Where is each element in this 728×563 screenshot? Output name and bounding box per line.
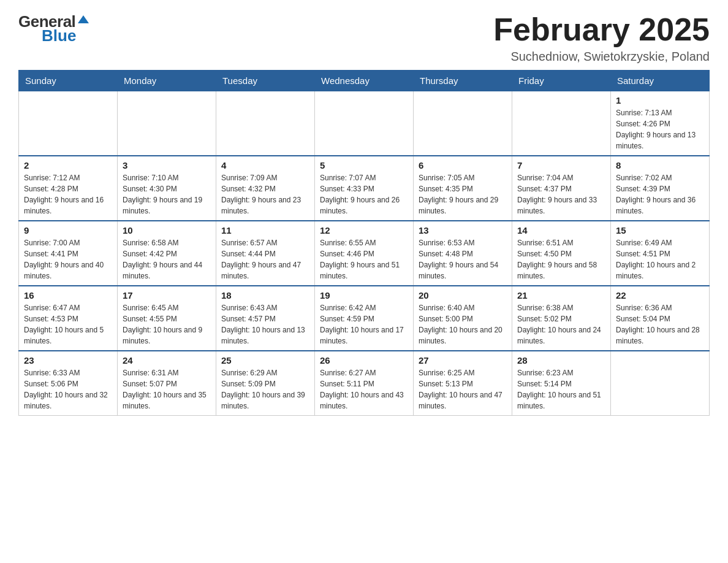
calendar-cell [19, 91, 118, 156]
day-number: 13 [419, 225, 507, 236]
weekday-header-tuesday: Tuesday [216, 71, 315, 91]
calendar-cell: 17Sunrise: 6:45 AMSunset: 4:55 PMDayligh… [118, 286, 216, 351]
page-subtitle: Suchedniow, Swietokrzyskie, Poland [493, 50, 710, 64]
calendar-cell: 11Sunrise: 6:57 AMSunset: 4:44 PMDayligh… [216, 221, 315, 286]
day-number: 19 [320, 290, 408, 301]
day-number: 11 [221, 225, 309, 236]
calendar-cell: 22Sunrise: 6:36 AMSunset: 5:04 PMDayligh… [611, 286, 710, 351]
calendar-cell: 5Sunrise: 7:07 AMSunset: 4:33 PMDaylight… [315, 156, 414, 221]
logo: General Blue [18, 12, 89, 45]
day-number: 12 [320, 225, 408, 236]
calendar-header-row: SundayMondayTuesdayWednesdayThursdayFrid… [19, 71, 710, 91]
calendar-cell: 4Sunrise: 7:09 AMSunset: 4:32 PMDaylight… [216, 156, 315, 221]
day-info: Sunrise: 6:40 AMSunset: 5:00 PMDaylight:… [419, 302, 507, 347]
day-info: Sunrise: 6:51 AMSunset: 4:50 PMDaylight:… [517, 237, 605, 282]
calendar-cell: 23Sunrise: 6:33 AMSunset: 5:06 PMDayligh… [19, 351, 118, 416]
title-block: February 2025 Suchedniow, Swietokrzyskie… [493, 12, 710, 64]
day-info: Sunrise: 6:38 AMSunset: 5:02 PMDaylight:… [517, 302, 605, 347]
day-info: Sunrise: 6:53 AMSunset: 4:48 PMDaylight:… [419, 237, 507, 282]
day-info: Sunrise: 6:36 AMSunset: 5:04 PMDaylight:… [616, 302, 704, 347]
page-header: General Blue February 2025 Suchedniow, S… [18, 12, 710, 64]
calendar-cell: 10Sunrise: 6:58 AMSunset: 4:42 PMDayligh… [118, 221, 216, 286]
weekday-header-sunday: Sunday [19, 71, 118, 91]
day-number: 3 [123, 160, 211, 170]
weekday-header-thursday: Thursday [414, 71, 512, 91]
logo-triangle-icon [78, 15, 89, 23]
day-info: Sunrise: 6:27 AMSunset: 5:11 PMDaylight:… [320, 367, 408, 412]
day-number: 24 [123, 355, 211, 366]
day-info: Sunrise: 6:49 AMSunset: 4:51 PMDaylight:… [616, 237, 704, 282]
calendar-cell: 8Sunrise: 7:02 AMSunset: 4:39 PMDaylight… [611, 156, 710, 221]
day-info: Sunrise: 7:02 AMSunset: 4:39 PMDaylight:… [616, 172, 704, 216]
day-info: Sunrise: 6:25 AMSunset: 5:13 PMDaylight:… [419, 367, 507, 412]
calendar-week-row: 2Sunrise: 7:12 AMSunset: 4:28 PMDaylight… [19, 156, 710, 221]
calendar-cell: 19Sunrise: 6:42 AMSunset: 4:59 PMDayligh… [315, 286, 414, 351]
calendar-week-row: 1Sunrise: 7:13 AMSunset: 4:26 PMDaylight… [19, 91, 710, 156]
calendar-cell [611, 351, 710, 416]
weekday-header-monday: Monday [118, 71, 216, 91]
calendar-week-row: 9Sunrise: 7:00 AMSunset: 4:41 PMDaylight… [19, 221, 710, 286]
calendar-cell: 15Sunrise: 6:49 AMSunset: 4:51 PMDayligh… [611, 221, 710, 286]
day-number: 4 [221, 160, 309, 170]
day-info: Sunrise: 7:13 AMSunset: 4:26 PMDaylight:… [616, 107, 704, 151]
day-number: 27 [419, 355, 507, 366]
weekday-header-wednesday: Wednesday [315, 71, 414, 91]
calendar-cell: 14Sunrise: 6:51 AMSunset: 4:50 PMDayligh… [512, 221, 611, 286]
day-number: 15 [616, 225, 704, 236]
calendar-cell [414, 91, 512, 156]
day-info: Sunrise: 6:29 AMSunset: 5:09 PMDaylight:… [221, 367, 309, 412]
day-info: Sunrise: 6:47 AMSunset: 4:53 PMDaylight:… [24, 302, 112, 347]
day-number: 23 [24, 355, 112, 366]
day-number: 25 [221, 355, 309, 366]
day-info: Sunrise: 6:57 AMSunset: 4:44 PMDaylight:… [221, 237, 309, 282]
weekday-header-saturday: Saturday [611, 71, 710, 91]
calendar-cell [216, 91, 315, 156]
day-number: 18 [221, 290, 309, 301]
day-number: 2 [24, 160, 112, 170]
day-info: Sunrise: 6:55 AMSunset: 4:46 PMDaylight:… [320, 237, 408, 282]
day-number: 22 [616, 290, 704, 301]
day-info: Sunrise: 6:31 AMSunset: 5:07 PMDaylight:… [123, 367, 211, 412]
day-info: Sunrise: 7:07 AMSunset: 4:33 PMDaylight:… [320, 172, 408, 216]
day-info: Sunrise: 7:05 AMSunset: 4:35 PMDaylight:… [419, 172, 507, 216]
calendar-cell [315, 91, 414, 156]
day-info: Sunrise: 6:45 AMSunset: 4:55 PMDaylight:… [123, 302, 211, 347]
calendar-cell: 16Sunrise: 6:47 AMSunset: 4:53 PMDayligh… [19, 286, 118, 351]
calendar-cell: 3Sunrise: 7:10 AMSunset: 4:30 PMDaylight… [118, 156, 216, 221]
day-number: 6 [419, 160, 507, 170]
calendar-cell [118, 91, 216, 156]
calendar-table: SundayMondayTuesdayWednesdayThursdayFrid… [18, 70, 710, 416]
calendar-cell: 28Sunrise: 6:23 AMSunset: 5:14 PMDayligh… [512, 351, 611, 416]
calendar-cell: 25Sunrise: 6:29 AMSunset: 5:09 PMDayligh… [216, 351, 315, 416]
day-number: 10 [123, 225, 211, 236]
day-number: 7 [517, 160, 605, 170]
day-number: 28 [517, 355, 605, 366]
day-info: Sunrise: 6:43 AMSunset: 4:57 PMDaylight:… [221, 302, 309, 347]
day-info: Sunrise: 6:23 AMSunset: 5:14 PMDaylight:… [517, 367, 605, 412]
page-title: February 2025 [493, 12, 710, 47]
day-info: Sunrise: 7:10 AMSunset: 4:30 PMDaylight:… [123, 172, 211, 216]
calendar-cell: 6Sunrise: 7:05 AMSunset: 4:35 PMDaylight… [414, 156, 512, 221]
day-info: Sunrise: 6:33 AMSunset: 5:06 PMDaylight:… [24, 367, 112, 412]
day-info: Sunrise: 6:58 AMSunset: 4:42 PMDaylight:… [123, 237, 211, 282]
calendar-cell: 12Sunrise: 6:55 AMSunset: 4:46 PMDayligh… [315, 221, 414, 286]
calendar-cell: 20Sunrise: 6:40 AMSunset: 5:00 PMDayligh… [414, 286, 512, 351]
calendar-week-row: 23Sunrise: 6:33 AMSunset: 5:06 PMDayligh… [19, 351, 710, 416]
day-number: 26 [320, 355, 408, 366]
day-number: 21 [517, 290, 605, 301]
calendar-cell: 2Sunrise: 7:12 AMSunset: 4:28 PMDaylight… [19, 156, 118, 221]
day-number: 16 [24, 290, 112, 301]
day-info: Sunrise: 7:04 AMSunset: 4:37 PMDaylight:… [517, 172, 605, 216]
calendar-cell: 24Sunrise: 6:31 AMSunset: 5:07 PMDayligh… [118, 351, 216, 416]
calendar-cell: 1Sunrise: 7:13 AMSunset: 4:26 PMDaylight… [611, 91, 710, 156]
calendar-cell: 26Sunrise: 6:27 AMSunset: 5:11 PMDayligh… [315, 351, 414, 416]
calendar-cell: 18Sunrise: 6:43 AMSunset: 4:57 PMDayligh… [216, 286, 315, 351]
day-info: Sunrise: 7:00 AMSunset: 4:41 PMDaylight:… [24, 237, 112, 282]
day-number: 1 [616, 95, 704, 105]
day-number: 17 [123, 290, 211, 301]
weekday-header-friday: Friday [512, 71, 611, 91]
day-number: 9 [24, 225, 112, 236]
calendar-cell: 21Sunrise: 6:38 AMSunset: 5:02 PMDayligh… [512, 286, 611, 351]
day-number: 20 [419, 290, 507, 301]
day-info: Sunrise: 7:12 AMSunset: 4:28 PMDaylight:… [24, 172, 112, 216]
